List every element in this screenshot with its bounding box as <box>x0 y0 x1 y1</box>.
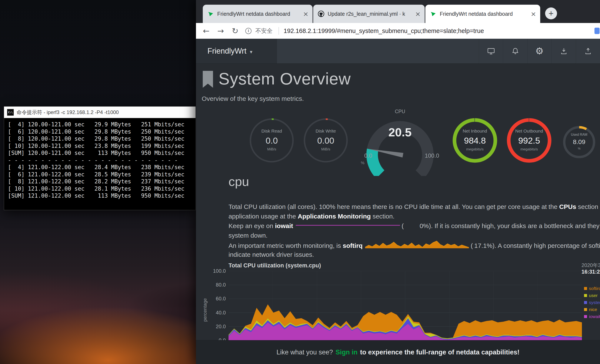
sign-in-link[interactable]: Sign in <box>336 348 357 356</box>
tab-title: FriendlyWrt netdata dashboard <box>217 11 299 17</box>
netdata-footer: Like what you see? Sign in to experience… <box>196 340 600 364</box>
site-info-icon[interactable]: i <box>245 28 252 34</box>
applications-monitoring-link[interactable]: Applications Monitoring <box>298 213 371 220</box>
alarms-button[interactable] <box>503 39 527 63</box>
paragraph-line: Total CPU utilization (all cores). 100% … <box>228 202 600 212</box>
address-bar[interactable]: 192.168.2.1:19999/#menu_system_submenu_c… <box>284 28 594 35</box>
terminal-window[interactable]: C:\ 命令提示符 - iperf3 -c 192.168.1.2 -P4 -t… <box>4 106 196 210</box>
settings-button[interactable]: ⚙ <box>527 39 552 63</box>
reload-icon[interactable]: ↻ <box>231 27 239 35</box>
gauge-unit: % <box>361 161 365 165</box>
download-icon <box>560 47 568 55</box>
cmd-icon: C:\ <box>7 109 14 116</box>
disk-write-gauge[interactable]: Disk Write 0.00 MiB/s <box>302 117 349 164</box>
gauge-value: 8.09 <box>562 138 596 146</box>
security-label[interactable]: 不安全 <box>255 27 272 35</box>
netdata-favicon <box>430 11 436 17</box>
gauge-value: 984.8 <box>451 136 498 146</box>
text: section and <box>576 203 600 210</box>
chevron-down-icon: ▾ <box>250 49 252 55</box>
paragraph-line: system down. <box>228 231 600 240</box>
tab-close-icon[interactable]: × <box>530 10 537 18</box>
gauge-value: 20.5 <box>357 125 442 139</box>
text: indicate network driver issues. <box>228 251 314 258</box>
iowait-sparkline[interactable] <box>296 221 400 231</box>
softirq-sparkline[interactable] <box>365 240 469 251</box>
legend-item[interactable]: softirq <box>584 285 600 292</box>
upload-icon <box>584 47 592 55</box>
back-icon[interactable]: ← <box>202 27 210 35</box>
bell-icon <box>511 47 519 55</box>
legend-swatch <box>584 315 587 318</box>
terminal-title: 命令提示符 - iperf3 -c 192.168.1.2 -P4 -t1000 <box>17 109 119 116</box>
netdata-favicon <box>207 11 214 17</box>
text: section. <box>371 213 395 220</box>
paragraph-line: Keep an eye on iowait(0%). If it is cons… <box>228 221 600 231</box>
url-divider <box>279 27 279 35</box>
y-tick: 60.0 <box>205 296 226 302</box>
paragraph-line: An important metric worth monitoring, is… <box>228 240 600 250</box>
host-name: FriendlyWrt <box>207 47 246 56</box>
page-title: System Overview <box>218 69 351 88</box>
screen: C:\ 命令提示符 - iperf3 -c 192.168.1.2 -P4 -t… <box>0 0 600 364</box>
net-inbound-gauge[interactable]: Net Inbound 984.8 megabits/s <box>451 117 498 164</box>
tab-title: FriendlyWrt netdata dashboard <box>440 11 526 17</box>
tab-title: Update r2s_lean_minimal.yml · k <box>328 11 411 17</box>
tab-github[interactable]: Update r2s_lean_minimal.yml · k × <box>313 5 425 23</box>
gauge-value: 992.5 <box>506 136 553 146</box>
legend-swatch <box>584 301 587 304</box>
gauge-unit: % <box>562 147 596 150</box>
gauge-unit: MiB/s <box>302 147 349 151</box>
text: ( <box>471 242 473 249</box>
text: system down. <box>228 232 267 239</box>
tab-netdata-1[interactable]: FriendlyWrt netdata dashboard × <box>203 5 313 23</box>
disk-read-gauge[interactable]: Disk Read 0.0 MiB/s <box>248 117 295 164</box>
monitor-button[interactable] <box>479 39 503 63</box>
import-button[interactable] <box>552 39 576 63</box>
legend-item[interactable]: user <box>584 292 600 299</box>
used-ram-gauge[interactable]: Used RAM 8.09 % <box>562 125 596 159</box>
y-tick: 40.0 <box>205 310 226 316</box>
legend-item[interactable]: nice <box>584 306 600 313</box>
y-tick: 100.0 <box>205 268 226 274</box>
iowait-label: iowait <box>275 222 293 229</box>
legend-item[interactable]: system <box>584 299 600 306</box>
gauge-label: Net Inbound <box>451 129 498 134</box>
chart-title: Total CPU utilization (system.cpu) <box>228 262 321 269</box>
bookmark-icon <box>202 71 214 88</box>
new-tab-button[interactable]: + <box>545 8 557 19</box>
host-dropdown[interactable]: FriendlyWrt ▾ <box>196 39 277 63</box>
text: An important metric worth monitoring, is <box>228 242 343 249</box>
gauge-label: Net Outbound <box>506 129 553 134</box>
paragraph-line: application usage at the Applications Mo… <box>228 212 600 221</box>
forward-icon[interactable]: → <box>216 27 225 35</box>
footer-text: Like what you see? <box>276 348 333 356</box>
text: ). If it is constantly high, your disks … <box>429 222 600 229</box>
net-outbound-gauge[interactable]: Net Outbound 992.5 megabits/s <box>506 117 553 164</box>
y-tick: 80.0 <box>205 282 226 288</box>
tab-close-icon[interactable]: × <box>302 10 309 18</box>
navbar-spacer <box>277 39 479 63</box>
monitor-icon <box>487 47 495 55</box>
toolbar-edge-icon[interactable] <box>594 28 600 34</box>
paragraph-line: indicate network driver issues. <box>228 250 600 259</box>
browser-toolbar: ← → ↻ i 不安全 192.168.2.1:19999/#menu_syst… <box>196 23 600 39</box>
y-tick: 0.0 <box>205 337 226 340</box>
footer-text: to experience the full-range of netdata … <box>360 348 519 356</box>
tab-netdata-2-active[interactable]: FriendlyWrt netdata dashboard × <box>425 5 540 23</box>
tab-close-icon[interactable]: × <box>414 10 422 18</box>
cpu-utilization-chart[interactable] <box>228 271 582 340</box>
legend-swatch <box>584 294 587 297</box>
terminal-titlebar[interactable]: C:\ 命令提示符 - iperf3 -c 192.168.1.2 -P4 -t… <box>4 107 196 118</box>
page-subtitle: Overview of the key system metrics. <box>202 95 304 102</box>
export-button[interactable] <box>576 39 600 63</box>
cpu-gauge[interactable]: CPU 20.5 0.0 100.0 % <box>357 107 442 171</box>
text: Keep an eye on <box>228 222 275 229</box>
browser-window: FriendlyWrt netdata dashboard × Update r… <box>196 0 600 364</box>
legend-item[interactable]: iowait <box>584 313 600 320</box>
cpus-link[interactable]: CPUs <box>559 203 576 210</box>
text: ( <box>402 222 404 229</box>
gauge-label: Used RAM <box>562 133 596 137</box>
legend-swatch <box>584 287 587 290</box>
terminal-output[interactable]: [ 4] 120.00-121.00 sec 29.9 MBytes 251 M… <box>4 118 196 210</box>
